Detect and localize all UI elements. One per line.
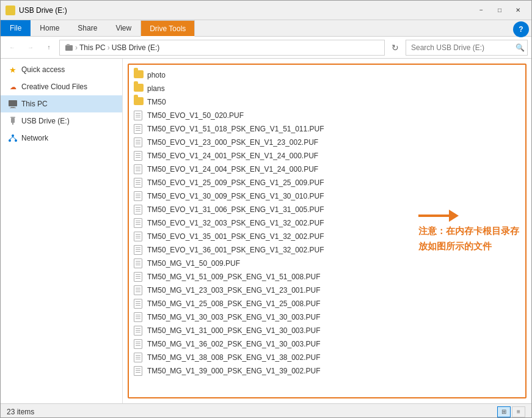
file-name: TM50_MG_V1_50_009.PUF bbox=[147, 259, 240, 268]
tab-share[interactable]: Share bbox=[68, 20, 106, 36]
list-item[interactable]: TM50_MG_V1_39_000_PSK_ENG_V1_39_002.PUF bbox=[129, 364, 525, 378]
file-name: TM50_EVO_V1_35_001_PSK_ENG_V1_32_002.PUF bbox=[147, 232, 324, 241]
tab-view[interactable]: View bbox=[106, 20, 140, 36]
puf-file-icon bbox=[134, 339, 144, 349]
list-item[interactable]: TM50_EVO_V1_51_018_PSK_ENG_V1_51_011.PUF bbox=[129, 122, 525, 136]
list-item[interactable]: TM50_MG_V1_23_003_PSK_ENG_V1_23_001.PUF bbox=[129, 284, 525, 297]
sidebar-label-usb-drive: USB Drive (E:) bbox=[21, 117, 70, 125]
search-icon[interactable]: 🔍 bbox=[514, 42, 525, 53]
ribbon-tab-bar: File Home Share View Drive Tools ? bbox=[1, 20, 531, 36]
help-button[interactable]: ? bbox=[513, 21, 529, 37]
list-item[interactable]: TM50_EVO_V1_24_004_PSK_EN_V1_24_000.PUF bbox=[129, 163, 525, 176]
puf-file-icon bbox=[134, 299, 144, 309]
puf-file-icon bbox=[134, 138, 144, 147]
list-item[interactable]: TM50_EVO_V1_50_020.PUF bbox=[129, 109, 525, 122]
refresh-button[interactable]: ↻ bbox=[387, 40, 403, 56]
annotation-text-line2: 放如图所示的文件 bbox=[418, 240, 492, 252]
file-name: TM50_EVO_V1_31_006_PSK_ENG_V1_31_005.PUF bbox=[147, 205, 324, 214]
svg-rect-7 bbox=[10, 117, 15, 118]
annotation-text-line1: 注意：在内存卡根目录存 bbox=[418, 224, 519, 237]
list-item[interactable]: TM50_EVO_V1_23_000_PSK_EN_V1_23_002.PUF bbox=[129, 136, 525, 149]
list-item[interactable]: TM50_EVO_V1_30_009_PSK_ENG_V1_30_010.PUF bbox=[129, 189, 525, 203]
title-bar-left: USB Drive (E:) bbox=[5, 6, 67, 15]
sidebar-label-network: Network bbox=[21, 134, 48, 142]
view-details-button[interactable]: ≡ bbox=[512, 406, 525, 417]
puf-file-icon bbox=[134, 366, 144, 376]
puf-file-icon bbox=[134, 218, 144, 228]
svg-rect-3 bbox=[11, 107, 15, 108]
list-item[interactable]: TM50_EVO_V1_24_001_PSK_EN_V1_24_000.PUF bbox=[129, 149, 525, 163]
ribbon: File Home Share View Drive Tools ? bbox=[1, 20, 531, 37]
forward-button[interactable]: → bbox=[23, 40, 38, 55]
puf-file-icon bbox=[134, 205, 144, 215]
tab-drive-tools[interactable]: Drive Tools bbox=[140, 20, 195, 37]
maximize-button[interactable]: □ bbox=[491, 4, 508, 16]
content-area: photo plans TM50 TM50_EVO_V1_50_020.PUF … bbox=[123, 59, 531, 403]
window-controls: − □ ✕ bbox=[473, 4, 527, 16]
puf-file-icon bbox=[134, 272, 144, 282]
minimize-button[interactable]: − bbox=[473, 4, 490, 16]
sidebar-item-usb-drive[interactable]: USB Drive (E:) bbox=[1, 112, 122, 130]
list-item[interactable]: TM50_MG_V1_25_008_PSK_ENG_V1_25_008.PUF bbox=[129, 297, 525, 310]
list-item[interactable]: TM50_MG_V1_38_008_PSK_ENG_V1_38_002.PUF bbox=[129, 351, 525, 364]
puf-file-icon bbox=[134, 178, 144, 188]
file-name: TM50_MG_V1_36_002_PSK_ENG_V1_30_003.PUF bbox=[147, 340, 321, 348]
list-item[interactable]: TM50_EVO_V1_25_009_PSK_ENG_V1_25_009.PUF bbox=[129, 176, 525, 189]
sidebar-item-quick-access[interactable]: ★ Quick access bbox=[1, 61, 122, 78]
list-item[interactable]: TM50_MG_V1_50_009.PUF bbox=[129, 257, 525, 270]
file-name: TM50_EVO_V1_50_020.PUF bbox=[147, 111, 244, 120]
svg-rect-1 bbox=[67, 44, 70, 46]
puf-file-icon bbox=[134, 285, 144, 295]
network-icon bbox=[8, 133, 18, 143]
list-item[interactable]: TM50_MG_V1_30_003_PSK_ENG_V1_30_003.PUF bbox=[129, 310, 525, 324]
svg-rect-5 bbox=[11, 118, 15, 123]
file-name: TM50_EVO_V1_24_004_PSK_EN_V1_24_000.PUF bbox=[147, 165, 318, 174]
file-name: TM50_MG_V1_31_000_PSK_ENG_V1_30_003.PUF bbox=[147, 326, 321, 335]
pc-icon bbox=[8, 99, 18, 109]
address-bar: ← → ↑ › This PC › USB Drive (E:) ↻ 🔍 bbox=[1, 37, 531, 59]
cloud-icon: ☁ bbox=[8, 82, 18, 92]
folder-plans[interactable]: plans bbox=[129, 82, 525, 95]
puf-file-icon bbox=[134, 312, 144, 322]
path-this-pc: This PC bbox=[79, 43, 106, 52]
window-title: USB Drive (E:) bbox=[19, 6, 67, 15]
file-name: TM50_EVO_V1_30_009_PSK_ENG_V1_30_010.PUF bbox=[147, 192, 324, 200]
search-input[interactable] bbox=[406, 40, 528, 56]
view-list-button[interactable]: ⊞ bbox=[497, 406, 511, 417]
puf-file-icon bbox=[134, 245, 144, 255]
app-icon bbox=[5, 6, 15, 15]
list-item[interactable]: TM50_MG_V1_31_000_PSK_ENG_V1_30_003.PUF bbox=[129, 324, 525, 337]
folder-tm50[interactable]: TM50 bbox=[129, 95, 525, 109]
path-usb-drive: USB Drive (E:) bbox=[112, 43, 160, 52]
svg-point-10 bbox=[15, 139, 17, 142]
back-button[interactable]: ← bbox=[4, 40, 20, 55]
file-name: TM50_MG_V1_23_003_PSK_ENG_V1_23_001.PUF bbox=[147, 286, 321, 295]
folder-icon bbox=[134, 84, 144, 94]
path-icon bbox=[65, 43, 73, 52]
sidebar-item-creative-cloud[interactable]: ☁ Creative Cloud Files bbox=[1, 78, 122, 95]
puf-file-icon bbox=[134, 164, 144, 174]
puf-file-icon bbox=[134, 353, 144, 362]
title-bar: USB Drive (E:) − □ ✕ bbox=[1, 1, 531, 20]
puf-file-icon bbox=[134, 151, 144, 161]
sidebar-item-this-pc[interactable]: This PC bbox=[1, 95, 122, 112]
puf-file-icon bbox=[134, 232, 144, 241]
ribbon-tabs-area: File Home Share View Drive Tools bbox=[1, 20, 513, 36]
file-name: TM50_MG_V1_51_009_PSK_ENG_V1_51_008.PUF bbox=[147, 273, 321, 281]
svg-point-8 bbox=[12, 134, 14, 137]
arrow-body bbox=[418, 215, 449, 217]
folder-photo[interactable]: photo bbox=[129, 68, 525, 82]
svg-rect-4 bbox=[10, 108, 16, 108]
puf-file-icon bbox=[134, 258, 144, 268]
sidebar-item-network[interactable]: Network bbox=[1, 130, 122, 147]
close-button[interactable]: ✕ bbox=[509, 4, 527, 16]
sidebar-label-this-pc: This PC bbox=[21, 100, 48, 108]
list-item[interactable]: TM50_MG_V1_51_009_PSK_ENG_V1_51_008.PUF bbox=[129, 270, 525, 284]
tab-home[interactable]: Home bbox=[31, 20, 68, 36]
address-path[interactable]: › This PC › USB Drive (E:) bbox=[59, 40, 385, 56]
up-button[interactable]: ↑ bbox=[41, 40, 57, 55]
tab-file[interactable]: File bbox=[1, 20, 31, 36]
svg-point-9 bbox=[9, 139, 11, 142]
list-item[interactable]: TM50_MG_V1_36_002_PSK_ENG_V1_30_003.PUF bbox=[129, 337, 525, 351]
svg-line-12 bbox=[13, 137, 16, 139]
